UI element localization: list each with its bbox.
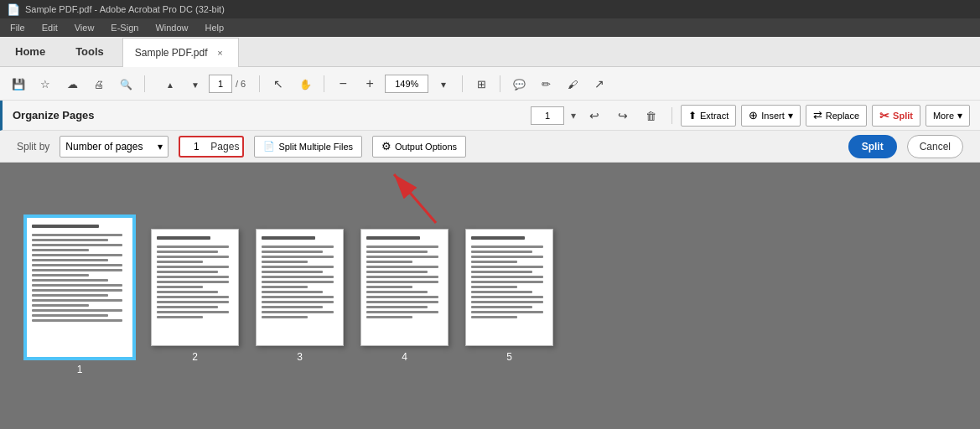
split-toolbar: Split by Number of pages 1 Pages Split M… <box>0 131 980 163</box>
pages-count-input[interactable]: 1 <box>184 141 209 152</box>
thumb-line <box>366 236 420 240</box>
print-icon <box>94 77 104 90</box>
page-thumbnail-2[interactable] <box>151 229 239 346</box>
organize-page-dropdown-icon[interactable] <box>571 110 576 121</box>
hand-button[interactable] <box>293 72 317 96</box>
thumb-line <box>157 246 229 248</box>
zoom-dropdown-button[interactable] <box>432 72 455 96</box>
page-thumb-5[interactable]: 5 <box>465 229 553 363</box>
page-thumb-3[interactable]: 3 <box>256 229 344 363</box>
extract-button[interactable]: Extract <box>681 105 736 127</box>
page-thumb-2[interactable]: 2 <box>151 229 239 363</box>
trash-button[interactable] <box>640 104 663 127</box>
thumb-line <box>262 276 334 278</box>
tab-tools[interactable]: Tools <box>60 37 119 66</box>
next-page-button[interactable] <box>184 72 207 96</box>
organize-title: Organize Pages <box>13 109 95 121</box>
thumb-line <box>366 296 438 298</box>
page-thumbnail-4[interactable] <box>360 229 449 346</box>
thumb-line <box>471 256 543 258</box>
page-number-label-3: 3 <box>297 351 303 363</box>
thumb-line <box>471 301 543 303</box>
tab-file[interactable]: Sample PDF.pdf × <box>122 38 239 67</box>
scissors-icon <box>879 109 889 122</box>
prev-page-icon <box>166 77 174 90</box>
thumb-line <box>366 256 438 258</box>
menu-view[interactable]: View <box>71 21 98 34</box>
comment-button[interactable] <box>507 72 531 96</box>
more-button[interactable]: More <box>926 105 970 127</box>
thumb-line <box>366 271 428 273</box>
split-dropdown[interactable]: Number of pages <box>60 136 169 158</box>
pencil-button[interactable] <box>534 72 557 96</box>
thumb-line <box>366 266 438 268</box>
menu-help[interactable]: Help <box>202 21 228 34</box>
undo-button[interactable] <box>583 104 606 127</box>
cloud-button[interactable] <box>60 72 84 96</box>
split-button[interactable]: Split <box>872 105 920 127</box>
adjust-button[interactable] <box>469 72 493 96</box>
menu-esign[interactable]: E-Sign <box>107 21 142 34</box>
save-button[interactable] <box>7 72 30 96</box>
page-thumbnail-3[interactable] <box>256 229 344 346</box>
brush-button[interactable] <box>561 72 584 96</box>
organize-actions: Extract Insert Replace Split More <box>583 104 970 127</box>
zoom-dropdown-icon <box>441 77 446 90</box>
thumb-line <box>262 281 334 283</box>
pages-area: 1 2 <box>0 163 980 429</box>
thumb-line <box>32 279 108 282</box>
insert-dropdown-icon <box>788 110 793 121</box>
thumb-line <box>366 281 438 283</box>
page-thumb-4[interactable]: 4 <box>360 229 449 363</box>
page-thumb-1[interactable]: 1 <box>25 216 134 375</box>
cancel-button[interactable]: Cancel <box>907 135 963 158</box>
zoom-input[interactable]: 149% <box>385 75 428 93</box>
thumb-line <box>157 316 203 318</box>
menu-file[interactable]: File <box>7 21 29 34</box>
tab-home[interactable]: Home <box>0 37 60 66</box>
toolbar-separator-3 <box>324 75 324 92</box>
bookmark-button[interactable] <box>34 72 57 96</box>
adjust-icon <box>477 77 486 90</box>
menu-window[interactable]: Window <box>152 21 191 34</box>
split-dropdown-value: Number of pages <box>65 141 143 152</box>
thumb-line <box>32 239 108 241</box>
prev-page-button[interactable] <box>158 72 182 96</box>
extract-icon <box>688 110 697 121</box>
title-bar-text: Sample PDF.pdf - Adobe Acrobat Pro DC (3… <box>25 4 225 14</box>
thumb-line <box>157 261 203 263</box>
thumb-line <box>157 251 218 253</box>
thumb-line <box>32 249 89 251</box>
insert-button[interactable]: Insert <box>741 105 801 127</box>
output-options-button[interactable]: Output Options <box>372 136 466 158</box>
thumb-line <box>471 296 543 298</box>
cursor-button[interactable] <box>267 72 290 96</box>
page-number-input[interactable]: 1 <box>209 75 232 93</box>
split-multiple-button[interactable]: Split Multiple Files <box>254 136 362 158</box>
zoom-button[interactable] <box>114 72 137 96</box>
thumb-line <box>366 251 428 253</box>
organize-page-input[interactable]: 1 <box>531 106 564 125</box>
replace-button[interactable]: Replace <box>806 105 867 127</box>
page-thumbnail-5[interactable] <box>465 229 553 346</box>
thumb-line <box>366 261 412 263</box>
undo-icon <box>589 109 599 122</box>
split-main-button[interactable]: Split <box>848 135 897 158</box>
thumb-line <box>32 299 122 302</box>
thumb-line <box>262 286 308 288</box>
share-button[interactable] <box>588 72 611 96</box>
app-icon: 📄 <box>7 3 20 16</box>
page-thumbnail-1[interactable] <box>25 216 134 359</box>
thumb-line <box>262 251 323 253</box>
tab-close-button[interactable]: × <box>215 47 226 59</box>
thumb-line <box>366 306 428 308</box>
zoom-in-button[interactable] <box>358 72 381 96</box>
thumb-line <box>471 266 543 268</box>
menu-edit[interactable]: Edit <box>39 21 61 34</box>
zoom-out-button[interactable] <box>331 72 355 96</box>
redo-button[interactable] <box>611 104 635 127</box>
print-button[interactable] <box>87 72 111 96</box>
page-number-label-5: 5 <box>506 351 512 363</box>
thumb-line <box>157 266 229 268</box>
cursor-icon <box>273 77 283 90</box>
